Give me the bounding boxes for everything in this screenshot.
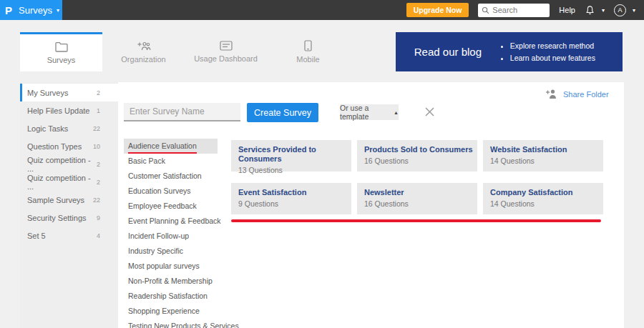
sidebar-item-label: Help Files Update: [27, 106, 89, 115]
template-title: Products Sold to Consumers: [364, 145, 477, 154]
mobile-icon: [304, 40, 312, 51]
category-testing-new-products[interactable]: Testing New Products & Services: [124, 319, 218, 328]
sidebar-item-label: Quiz competition - ...: [27, 174, 97, 191]
sidebar-item-sample-surveys[interactable]: Sample Surveys 22: [20, 191, 118, 209]
category-readership-satisfaction[interactable]: Readership Satisfaction: [124, 289, 218, 304]
template-question-count: 14 Questions: [490, 199, 603, 208]
close-icon[interactable]: [424, 106, 435, 117]
app-switcher[interactable]: P Surveys ▾: [0, 0, 62, 20]
add-person-icon: [545, 89, 557, 99]
template-card-products-sold[interactable]: Products Sold to Consumers 16 Questions: [357, 140, 477, 172]
sidebar-item-count: 22: [93, 125, 100, 132]
sidebar-item-count: 22: [93, 197, 100, 204]
category-label: Employee Feedback: [128, 202, 197, 210]
template-question-count: 16 Questions: [364, 156, 477, 165]
category-industry-specific[interactable]: Industry Specific: [124, 244, 218, 259]
sidebar-item-count: 4: [97, 232, 100, 239]
sidebar-item-label: Quiz competition - ...: [27, 156, 97, 173]
category-label: Customer Satisfaction: [128, 172, 202, 180]
folders-sidebar: My Surveys 2 Help Files Update 1 Logic T…: [20, 82, 118, 328]
template-card-website-satisfaction[interactable]: Website Satisfaction 14 Questions: [483, 140, 603, 172]
sidebar-item-quiz-competition-2[interactable]: Quiz competition - ... 2: [20, 173, 118, 191]
help-link[interactable]: Help: [559, 6, 575, 14]
template-question-count: 9 Questions: [238, 199, 351, 208]
upgrade-now-button[interactable]: Upgrade Now: [406, 3, 469, 17]
blog-bullet: Learn about new features: [510, 52, 595, 64]
category-label: Readership Satisfaction: [128, 292, 208, 300]
avatar: A: [614, 4, 626, 16]
template-title: Website Satisfaction: [490, 145, 603, 154]
sidebar-item-quiz-competition-1[interactable]: Quiz competition - ... 2: [20, 155, 118, 173]
category-most-popular-surveys[interactable]: Most popular surveys: [124, 259, 218, 274]
sidebar-item-label: Sample Surveys: [27, 196, 84, 204]
sidebar-item-label: Set 5: [27, 232, 46, 240]
category-employee-feedback[interactable]: Employee Feedback: [124, 199, 218, 214]
share-folder-label: Share Folder: [563, 90, 609, 99]
sidebar-item-help-files-update[interactable]: Help Files Update 1: [20, 101, 118, 119]
blog-banner[interactable]: Read our blog Explore research method Le…: [396, 32, 623, 71]
sidebar-item-set-5[interactable]: Set 5 4: [20, 227, 118, 244]
category-incident-follow-up[interactable]: Incident Follow-up: [124, 229, 218, 244]
tab-label: Surveys: [47, 56, 76, 64]
chevron-down-icon: ▾: [602, 7, 605, 14]
sidebar-item-count: 9: [97, 214, 100, 222]
tab-mobile[interactable]: Mobile: [267, 32, 349, 71]
share-folder-button[interactable]: Share Folder: [545, 89, 609, 99]
category-label: Incident Follow-up: [128, 232, 189, 240]
template-card-event-satisfaction[interactable]: Event Satisfaction 9 Questions: [231, 183, 351, 214]
chevron-down-icon: ▾: [633, 7, 635, 14]
chevron-up-icon: ▲: [394, 110, 399, 115]
blog-banner-title: Read our blog: [396, 46, 500, 58]
tab-label: Organization: [121, 55, 165, 64]
template-title: Event Satisfaction: [238, 188, 351, 197]
category-label: Basic Pack: [128, 156, 165, 165]
template-card-company-satisfaction[interactable]: Company Satisfaction 14 Questions: [483, 183, 603, 214]
category-label: Shopping Experience: [128, 307, 200, 315]
tab-usage-dashboard[interactable]: Usage Dashboard: [185, 32, 267, 71]
tab-label: Mobile: [296, 55, 319, 64]
category-audience-evaluation[interactable]: Audience Evaluation: [124, 139, 218, 154]
folder-icon: [55, 41, 68, 52]
sidebar-item-count: 1: [97, 107, 100, 114]
template-card-newsletter[interactable]: Newsletter 16 Questions: [357, 183, 477, 214]
sidebar-item-logic-tasks[interactable]: Logic Tasks 22: [20, 119, 118, 137]
account-menu[interactable]: A ▾: [614, 4, 635, 16]
use-template-dropdown[interactable]: Or use a template ▲: [340, 104, 399, 120]
sidebar-item-my-surveys[interactable]: My Surveys 2: [20, 84, 118, 101]
search-input[interactable]: [492, 6, 546, 14]
template-title: Services Provided to Consumers: [238, 145, 351, 164]
top-bar: P Surveys ▾ Upgrade Now Help ▾ A ▾: [0, 0, 644, 20]
template-question-count: 13 Questions: [238, 166, 351, 174]
template-question-count: 16 Questions: [364, 199, 477, 208]
template-question-count: 14 Questions: [490, 156, 603, 165]
category-label: Non-Profit & Membership: [128, 277, 213, 285]
notifications-menu[interactable]: ▾: [585, 5, 605, 16]
category-label: Most popular surveys: [128, 262, 200, 270]
template-title: Newsletter: [364, 188, 477, 197]
tab-organization[interactable]: Organization: [102, 32, 185, 71]
app-menu-label: Surveys: [19, 5, 52, 16]
category-label: Industry Specific: [128, 247, 183, 255]
sidebar-item-security-settings[interactable]: Security Settings 9: [20, 209, 118, 227]
blog-bullet: Explore research method: [510, 40, 595, 52]
sidebar-item-label: Security Settings: [27, 214, 87, 222]
template-card-services-provided[interactable]: Services Provided to Consumers 13 Questi…: [231, 140, 351, 172]
sidebar-item-count: 10: [93, 143, 100, 150]
bell-icon: [585, 5, 595, 16]
category-shopping-experience[interactable]: Shopping Experience: [124, 304, 218, 319]
tab-surveys[interactable]: Surveys: [20, 32, 102, 71]
category-non-profit-membership[interactable]: Non-Profit & Membership: [124, 274, 218, 289]
sidebar-item-question-types[interactable]: Question Types 10: [20, 137, 118, 155]
create-survey-button[interactable]: Create Survey: [247, 103, 318, 122]
global-search: [478, 4, 550, 17]
template-title: Company Satisfaction: [490, 188, 603, 197]
category-event-planning-feedback[interactable]: Event Planning & Feedback: [124, 214, 218, 229]
category-basic-pack[interactable]: Basic Pack: [124, 154, 218, 169]
chevron-down-icon: ▾: [57, 7, 59, 14]
category-label: Testing New Products & Services: [128, 322, 239, 328]
proprofs-logo-icon: P: [5, 4, 12, 16]
sidebar-item-count: 2: [97, 89, 100, 96]
category-customer-satisfaction[interactable]: Customer Satisfaction: [124, 169, 218, 184]
survey-name-input[interactable]: [124, 103, 240, 121]
category-education-surveys[interactable]: Education Surveys: [124, 184, 218, 199]
